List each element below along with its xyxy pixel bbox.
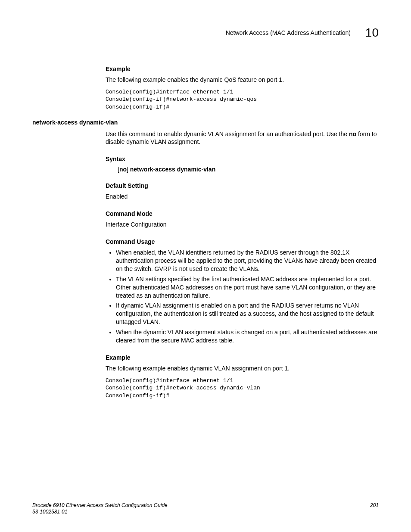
syntax-heading: Syntax: [106, 156, 379, 162]
example-intro: The following example enables the dynami…: [106, 76, 379, 84]
command-name-heading: network-access dynamic-vlan: [32, 119, 379, 126]
syntax-bracket-close: ]: [127, 166, 130, 173]
header-title: Network Access (MAC Address Authenticati…: [226, 29, 351, 36]
syntax-line: [no] network-access dynamic-vlan: [118, 166, 379, 173]
page-container: Network Access (MAC Address Authenticati…: [0, 0, 411, 424]
usage-item: The VLAN settings specified by the first…: [116, 275, 379, 300]
usage-item: If dynamic VLAN assignment is enabled on…: [116, 302, 379, 326]
desc-no: no: [349, 131, 356, 137]
mode-heading: Command Mode: [106, 210, 379, 217]
syntax-cmd: network-access dynamic-vlan: [130, 166, 215, 173]
example2-heading: Example: [106, 354, 379, 361]
example2-intro: The following example enables dynamic VL…: [106, 364, 379, 373]
usage-list: When enabled, the VLAN identifiers retur…: [106, 249, 379, 345]
footer-docnum: 53-1002581-01: [32, 509, 168, 516]
command-body: Use this command to enable dynamic VLAN …: [106, 130, 379, 400]
syntax-no: no: [119, 166, 127, 173]
usage-item: When enabled, the VLAN identifiers retur…: [116, 249, 379, 273]
example-heading: Example: [106, 65, 379, 72]
example-code-qos: Console(config)#interface ethernet 1/1 C…: [106, 88, 379, 111]
desc-pre: Use this command to enable dynamic VLAN …: [106, 131, 349, 137]
example2-code: Console(config)#interface ethernet 1/1 C…: [106, 377, 379, 400]
command-description: Use this command to enable dynamic VLAN …: [106, 130, 379, 146]
usage-heading: Command Usage: [106, 238, 379, 245]
example-qos-section: Example The following example enables th…: [106, 65, 379, 111]
page-footer: Brocade 6910 Ethernet Access Switch Conf…: [32, 502, 379, 516]
default-value: Enabled: [106, 193, 379, 201]
default-heading: Default Setting: [106, 182, 379, 189]
chapter-number: 10: [365, 26, 379, 40]
mode-value: Interface Configuration: [106, 221, 379, 229]
footer-left: Brocade 6910 Ethernet Access Switch Conf…: [32, 502, 168, 516]
footer-book: Brocade 6910 Ethernet Access Switch Conf…: [32, 502, 168, 509]
footer-page-number: 201: [370, 502, 379, 508]
usage-item: When the dynamic VLAN assignment status …: [116, 328, 379, 345]
page-header: Network Access (MAC Address Authenticati…: [32, 26, 379, 40]
